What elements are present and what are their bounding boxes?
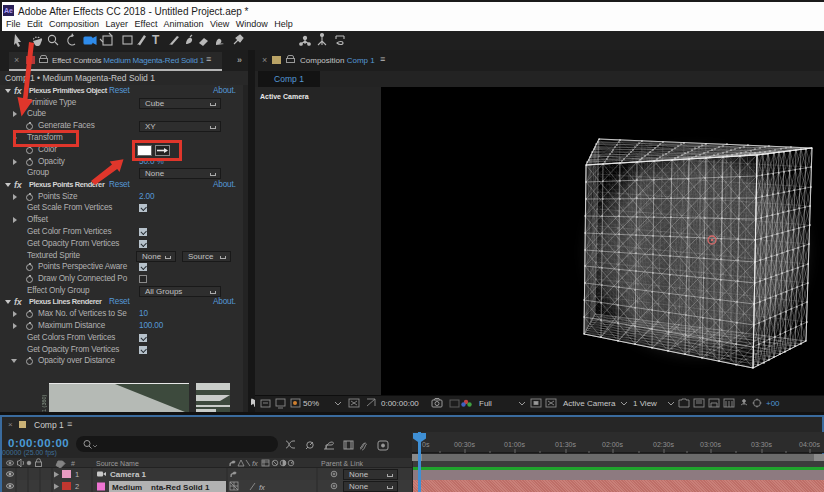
svg-text:Source Name: Source Name: [96, 460, 139, 467]
svg-text:00:30s: 00:30s: [454, 441, 476, 448]
svg-text:04:00s: 04:00s: [799, 441, 821, 448]
svg-text:01:30s: 01:30s: [555, 441, 577, 448]
svg-text:Camera 1: Camera 1: [110, 470, 147, 479]
svg-text:T: T: [152, 33, 160, 47]
svg-text:50%: 50%: [303, 399, 319, 408]
svg-text:#: #: [71, 460, 75, 467]
svg-text:1 View: 1 View: [633, 399, 657, 408]
svg-text:fx: fx: [259, 483, 265, 492]
svg-text:0:00:00:00: 0:00:00:00: [381, 399, 419, 408]
svg-text:2: 2: [75, 482, 79, 491]
svg-text:Active Camera: Active Camera: [563, 399, 616, 408]
svg-text:02:00s: 02:00s: [602, 441, 624, 448]
svg-text:Medium nta-Red Solid 1: Medium nta-Red Solid 1: [112, 483, 210, 492]
svg-text:Full: Full: [479, 399, 492, 408]
svg-text:02:30s: 02:30s: [653, 441, 675, 448]
svg-text:Parent & Link: Parent & Link: [321, 460, 364, 467]
svg-text:+00: +00: [766, 399, 780, 408]
svg-text:1: 1: [75, 470, 79, 479]
svg-text:0s: 0s: [422, 441, 430, 448]
svg-text:03:00s: 03:00s: [700, 441, 722, 448]
svg-text:03:30s: 03:30s: [751, 441, 773, 448]
svg-text:fx: fx: [252, 459, 258, 468]
svg-text:01:00s: 01:00s: [504, 441, 526, 448]
